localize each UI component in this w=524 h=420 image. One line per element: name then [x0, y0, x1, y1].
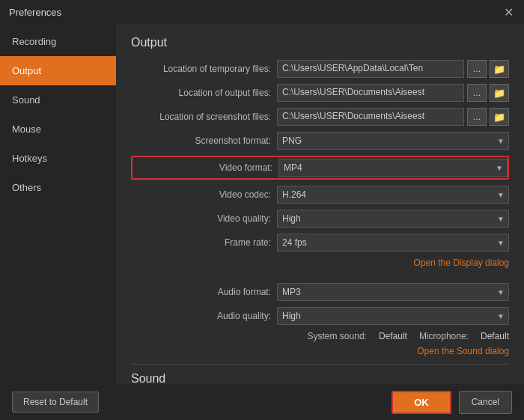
video-quality-select[interactable]: High Medium Low — [277, 210, 509, 228]
sidebar-item-recording[interactable]: Recording — [0, 27, 116, 56]
folder-icon: 📁 — [493, 64, 505, 75]
output-files-label: Location of output files: — [131, 88, 277, 98]
audio-format-control: MP3 AAC WAV ▼ — [277, 283, 509, 301]
output-files-control: C:\Users\USER\Documents\Aiseest ... 📁 — [277, 84, 509, 102]
system-sound-static-label: System sound: — [308, 331, 367, 341]
output-files-dots-button[interactable]: ... — [467, 84, 487, 102]
title-bar: Preferences ✕ — [0, 0, 524, 24]
output-section-title: Output — [131, 36, 509, 49]
sidebar: Recording Output Sound Mouse Hotkeys Oth… — [0, 24, 116, 384]
video-quality-row: Video quality: High Medium Low ▼ — [131, 210, 509, 228]
open-display-dialog-link[interactable]: Open the Display dialog — [414, 258, 509, 268]
video-format-highlight-box: Video format: MP4 AVI MOV WMV ▼ — [131, 156, 509, 180]
temp-files-input[interactable]: C:\Users\USER\AppData\Local\Ten — [277, 60, 464, 78]
folder-icon: 📁 — [493, 88, 505, 99]
screenshot-files-input[interactable]: C:\Users\USER\Documents\Aiseest — [277, 108, 464, 126]
audio-format-row: Audio format: MP3 AAC WAV ▼ — [131, 283, 509, 301]
screenshot-files-row: Location of screenshot files: C:\Users\U… — [131, 108, 509, 126]
frame-rate-label: Frame rate: — [131, 237, 277, 248]
screenshot-format-select[interactable]: PNG JPG BMP — [277, 132, 509, 150]
video-quality-select-wrap: High Medium Low ▼ — [277, 210, 509, 228]
screenshot-files-dots-button[interactable]: ... — [467, 108, 487, 126]
output-files-row: Location of output files: C:\Users\USER\… — [131, 84, 509, 102]
screenshot-files-control: C:\Users\USER\Documents\Aiseest ... 📁 — [277, 108, 509, 126]
ok-button[interactable]: OK — [392, 391, 451, 414]
screenshot-files-label: Location of screenshot files: — [131, 112, 277, 122]
sidebar-item-others[interactable]: Others — [0, 173, 116, 202]
microphone-static-label: Microphone: — [419, 331, 469, 341]
video-quality-control: High Medium Low ▼ — [277, 210, 509, 228]
screenshot-format-row: Screenshot format: PNG JPG BMP ▼ — [131, 132, 509, 150]
frame-rate-control: 24 fps 30 fps 60 fps ▼ — [277, 234, 509, 252]
sidebar-item-output[interactable]: Output — [0, 56, 116, 85]
audio-quality-select-wrap: High Medium Low ▼ — [277, 307, 509, 325]
video-codec-select-wrap: H.264 H.265 MPEG-4 ▼ — [277, 186, 509, 204]
audio-format-label: Audio format: — [131, 287, 277, 297]
video-format-row: Video format: MP4 AVI MOV WMV ▼ — [132, 159, 508, 177]
video-format-label: Video format: — [132, 162, 278, 173]
preferences-dialog: Preferences ✕ Recording Output Sound Mou… — [0, 0, 524, 420]
frame-rate-select[interactable]: 24 fps 30 fps 60 fps — [277, 234, 509, 252]
screenshot-format-control: PNG JPG BMP ▼ — [277, 132, 509, 150]
sidebar-item-sound[interactable]: Sound — [0, 85, 116, 115]
sidebar-item-mouse[interactable]: Mouse — [0, 115, 116, 144]
dialog-body: Recording Output Sound Mouse Hotkeys Oth… — [0, 24, 524, 384]
sound-section-title: Sound — [131, 364, 509, 384]
screenshot-format-label: Screenshot format: — [131, 136, 277, 146]
video-format-select-wrap: MP4 AVI MOV WMV ▼ — [278, 159, 508, 177]
video-codec-label: Video codec: — [131, 189, 277, 200]
screenshot-format-select-wrap: PNG JPG BMP ▼ — [277, 132, 509, 150]
open-sound-dialog-link[interactable]: Open the Sound dialog — [417, 346, 509, 356]
sidebar-item-hotkeys[interactable]: Hotkeys — [0, 144, 116, 173]
audio-quality-label: Audio quality: — [131, 311, 277, 321]
footer: Reset to Default OK Cancel — [0, 384, 524, 420]
output-files-input[interactable]: C:\Users\USER\Documents\Aiseest — [277, 84, 464, 102]
temp-files-folder-button[interactable]: 📁 — [490, 60, 509, 78]
display-dialog-link-row: Open the Display dialog — [131, 258, 509, 268]
temp-files-label: Location of temporary files: — [131, 64, 277, 74]
sound-dialog-link-row: Open the Sound dialog — [131, 346, 509, 356]
video-codec-select[interactable]: H.264 H.265 MPEG-4 — [277, 186, 509, 204]
content-panel: Output Location of temporary files: C:\U… — [116, 24, 524, 384]
temp-files-dots-button[interactable]: ... — [467, 60, 487, 78]
video-quality-label: Video quality: — [131, 213, 277, 224]
video-codec-row: Video codec: H.264 H.265 MPEG-4 ▼ — [131, 186, 509, 204]
audio-quality-control: High Medium Low ▼ — [277, 307, 509, 325]
dialog-title: Preferences — [9, 7, 61, 18]
screenshot-files-folder-button[interactable]: 📁 — [490, 108, 509, 126]
close-button[interactable]: ✕ — [502, 5, 515, 19]
audio-quality-row: Audio quality: High Medium Low ▼ — [131, 307, 509, 325]
folder-icon: 📁 — [493, 112, 505, 123]
system-sound-info-row: System sound: Default Microphone: Defaul… — [131, 331, 509, 341]
temp-files-control: C:\Users\USER\AppData\Local\Ten ... 📁 — [277, 60, 509, 78]
frame-rate-select-wrap: 24 fps 30 fps 60 fps ▼ — [277, 234, 509, 252]
video-format-select[interactable]: MP4 AVI MOV WMV — [278, 159, 508, 177]
temp-files-row: Location of temporary files: C:\Users\US… — [131, 60, 509, 78]
audio-format-select-wrap: MP3 AAC WAV ▼ — [277, 283, 509, 301]
microphone-value: Default — [481, 331, 509, 341]
footer-right-buttons: OK Cancel — [392, 391, 512, 414]
system-sound-value: Default — [379, 331, 407, 341]
video-codec-control: H.264 H.265 MPEG-4 ▼ — [277, 186, 509, 204]
audio-format-select[interactable]: MP3 AAC WAV — [277, 283, 509, 301]
audio-quality-select[interactable]: High Medium Low — [277, 307, 509, 325]
video-format-control: MP4 AVI MOV WMV ▼ — [278, 159, 508, 177]
reset-to-default-button[interactable]: Reset to Default — [12, 392, 99, 413]
frame-rate-row: Frame rate: 24 fps 30 fps 60 fps ▼ — [131, 234, 509, 252]
output-files-folder-button[interactable]: 📁 — [490, 84, 509, 102]
cancel-button[interactable]: Cancel — [459, 391, 512, 414]
